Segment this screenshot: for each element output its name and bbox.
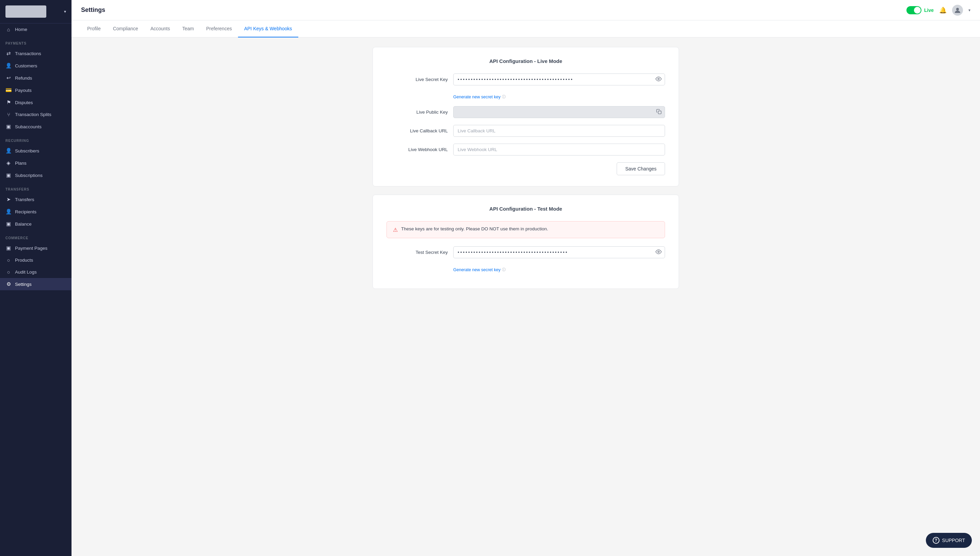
subaccounts-icon: ▣: [5, 123, 11, 129]
live-callback-url-label: Live Callback URL: [387, 128, 448, 133]
sidebar-item-transfers[interactable]: ➤ Transfers: [0, 193, 71, 205]
sidebar-item-transactions[interactable]: ⇄ Transactions: [0, 47, 71, 60]
sidebar-item-payment-pages[interactable]: ▣ Payment Pages: [0, 242, 71, 254]
commerce-section-label: COMMERCE: [0, 230, 71, 242]
user-chevron-icon[interactable]: ▾: [969, 8, 970, 13]
sidebar-item-settings[interactable]: ⚙ Settings: [0, 278, 71, 290]
live-public-key-input[interactable]: [453, 106, 665, 118]
sidebar-item-label: Recipients: [15, 209, 36, 214]
sidebar-item-plans[interactable]: ◈ Plans: [0, 157, 71, 169]
sidebar-item-label: Payment Pages: [15, 246, 47, 251]
payment-pages-icon: ▣: [5, 245, 11, 251]
info-icon: ⓘ: [502, 94, 505, 99]
home-icon: ⌂: [5, 27, 11, 32]
live-secret-key-row: Live Secret Key: [387, 73, 665, 86]
live-webhook-url-label: Live Webhook URL: [387, 147, 448, 152]
test-config-card: API Configuration - Test Mode ⚠ These ke…: [373, 195, 679, 289]
svg-point-0: [956, 8, 959, 11]
tab-accounts[interactable]: Accounts: [144, 20, 177, 37]
svg-point-3: [658, 251, 659, 252]
sidebar-item-label: Subaccounts: [15, 124, 42, 129]
settings-icon: ⚙: [5, 281, 11, 287]
live-public-key-label: Live Public Key: [387, 110, 448, 115]
live-callback-url-input[interactable]: [453, 125, 665, 137]
live-callback-url-wrap: [453, 125, 665, 137]
svg-rect-2: [658, 111, 661, 114]
live-callback-url-row: Live Callback URL: [387, 125, 665, 137]
sidebar-item-refunds[interactable]: ↩ Refunds: [0, 72, 71, 84]
sidebar-item-label: Transaction Splits: [15, 112, 52, 117]
test-secret-key-input[interactable]: [453, 246, 665, 258]
live-public-key-wrap: [453, 106, 665, 118]
page-title: Settings: [81, 6, 105, 14]
warning-icon: ⚠: [393, 226, 398, 233]
live-config-title: API Configuration - Live Mode: [387, 58, 665, 64]
sidebar-item-label: Transactions: [15, 51, 41, 56]
sidebar-item-label: Customers: [15, 63, 37, 68]
tab-api-keys[interactable]: API Keys & Webhooks: [238, 20, 298, 37]
sidebar-item-label: Disputes: [15, 100, 33, 105]
balance-icon: ▣: [5, 221, 11, 227]
notification-bell-icon[interactable]: 🔔: [939, 6, 947, 14]
main-content: Settings Live 🔔 ▾ Profile Compliance Acc…: [71, 0, 980, 556]
live-secret-key-wrap: [453, 73, 665, 86]
tab-compliance[interactable]: Compliance: [107, 20, 144, 37]
live-webhook-url-row: Live Webhook URL: [387, 144, 665, 155]
user-avatar[interactable]: [952, 5, 963, 16]
recurring-section-label: RECURRING: [0, 133, 71, 145]
customers-icon: 👤: [5, 63, 11, 69]
sidebar-item-home[interactable]: ⌂ Home: [0, 23, 71, 36]
company-logo[interactable]: [5, 5, 46, 18]
audit-logs-icon: ○: [5, 269, 11, 275]
live-secret-key-input[interactable]: [453, 73, 665, 86]
transfers-icon: ➤: [5, 196, 11, 202]
sidebar-item-label: Plans: [15, 161, 27, 166]
sidebar-item-subscriptions[interactable]: ▣ Subscriptions: [0, 169, 71, 181]
sidebar-item-disputes[interactable]: ⚑ Disputes: [0, 96, 71, 108]
live-mode-label: Live: [924, 8, 934, 13]
generate-test-secret-key-link[interactable]: Generate new secret key ⓘ: [453, 267, 505, 272]
sidebar-item-label: Home: [15, 27, 27, 32]
sidebar-item-label: Payouts: [15, 88, 32, 93]
tab-preferences[interactable]: Preferences: [200, 20, 238, 37]
sidebar-item-label: Subscribers: [15, 149, 39, 154]
payouts-icon: 💳: [5, 87, 11, 93]
splits-icon: ⑂: [5, 112, 11, 117]
sidebar-item-label: Balance: [15, 221, 32, 226]
svg-point-1: [658, 78, 659, 80]
live-toggle-wrap: Live: [906, 6, 934, 14]
live-webhook-url-input[interactable]: [453, 144, 665, 155]
sidebar-item-balance[interactable]: ▣ Balance: [0, 218, 71, 230]
recipients-icon: 👤: [5, 208, 11, 215]
plans-icon: ◈: [5, 160, 11, 166]
sidebar-item-recipients[interactable]: 👤 Recipients: [0, 205, 71, 218]
sidebar-item-products[interactable]: ○ Products: [0, 254, 71, 266]
products-icon: ○: [5, 257, 11, 263]
subscribers-icon: 👤: [5, 148, 11, 154]
toggle-secret-visibility-button[interactable]: [656, 76, 662, 83]
sidebar-item-label: Transfers: [15, 197, 34, 202]
sidebar-item-payouts[interactable]: 💳 Payouts: [0, 84, 71, 96]
live-mode-toggle[interactable]: [906, 6, 922, 14]
live-save-button[interactable]: Save Changes: [617, 162, 665, 175]
generate-secret-key-link[interactable]: Generate new secret key ⓘ: [453, 94, 505, 99]
sidebar-item-audit-logs[interactable]: ○ Audit Logs: [0, 266, 71, 278]
warning-text: These keys are for testing only. Please …: [401, 226, 548, 231]
subscriptions-icon: ▣: [5, 172, 11, 178]
settings-content: API Configuration - Live Mode Live Secre…: [71, 37, 980, 556]
sidebar-item-subscribers[interactable]: 👤 Subscribers: [0, 145, 71, 157]
tab-team[interactable]: Team: [176, 20, 200, 37]
sidebar-item-transaction-splits[interactable]: ⑂ Transaction Splits: [0, 108, 71, 120]
tab-profile[interactable]: Profile: [81, 20, 107, 37]
header-right: Live 🔔 ▾: [906, 5, 970, 16]
sidebar-item-subaccounts[interactable]: ▣ Subaccounts: [0, 120, 71, 133]
live-save-row: Save Changes: [387, 162, 665, 175]
support-button[interactable]: ? SUPPORT: [926, 533, 972, 548]
toggle-test-secret-visibility-button[interactable]: [656, 249, 662, 256]
transactions-icon: ⇄: [5, 50, 11, 57]
sidebar-chevron-icon[interactable]: ▾: [64, 9, 66, 14]
sidebar-item-customers[interactable]: 👤 Customers: [0, 60, 71, 72]
copy-public-key-button[interactable]: [656, 109, 662, 116]
sidebar-logo-area: ▾: [0, 0, 71, 23]
test-warning-box: ⚠ These keys are for testing only. Pleas…: [387, 221, 665, 238]
